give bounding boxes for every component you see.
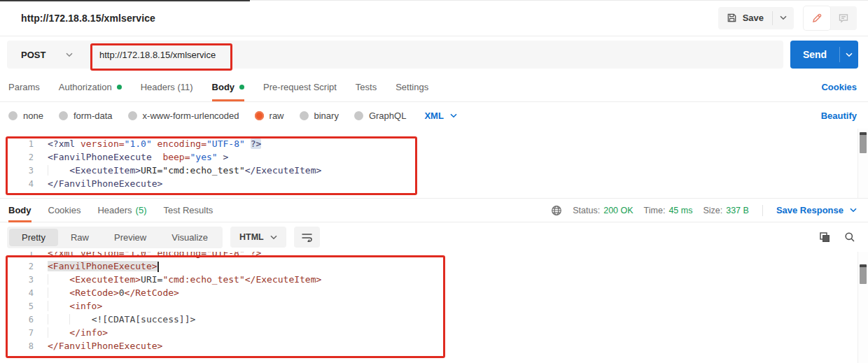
mode-none[interactable]: none	[8, 111, 43, 121]
cookies-link[interactable]: Cookies	[821, 82, 857, 92]
radio-icon	[8, 111, 18, 120]
url-bar: POST http://172.18.8.15/xmlservice	[7, 41, 783, 69]
search-icon	[844, 232, 855, 243]
method-label: POST	[21, 50, 52, 60]
chevron-down-icon	[270, 235, 277, 240]
scrollbar-thumb[interactable]	[860, 132, 867, 153]
radio-selected-icon	[255, 111, 264, 120]
tab-tests[interactable]: Tests	[356, 73, 377, 101]
view-pretty[interactable]: Pretty	[9, 229, 58, 246]
response-tab-test-results[interactable]: Test Results	[164, 199, 214, 222]
mode-form-data[interactable]: form-data	[59, 111, 113, 121]
code-line: 3 <ExecuteItem>URI="cmd:echo_test"</Exec…	[0, 273, 868, 286]
top-dark-edge	[0, 0, 250, 1]
tab-headers-label: Headers (11)	[141, 82, 193, 92]
network-globe-icon[interactable]	[551, 205, 562, 216]
tab-authorization[interactable]: Authorization	[59, 73, 122, 101]
method-selector[interactable]: POST	[7, 50, 73, 60]
edit-comment-group	[804, 6, 857, 30]
tab-params-label: Params	[8, 82, 40, 92]
radio-icon	[354, 111, 363, 120]
rename-request-button[interactable]	[804, 6, 830, 30]
response-body-code: 1<?xml version="1.0" encoding="UTF-8" ?>…	[0, 252, 868, 353]
mode-urlencoded[interactable]: x-www-form-urlencoded	[128, 111, 239, 121]
mode-raw[interactable]: raw	[255, 111, 284, 121]
response-viewer-scrollbar[interactable]	[858, 252, 868, 363]
mode-binary[interactable]: binary	[300, 111, 339, 121]
beautify-link[interactable]: Beautify	[821, 111, 857, 121]
tab-authorization-label: Authorization	[59, 82, 112, 92]
scrollbar-thumb[interactable]	[860, 264, 867, 284]
size-value: 337 B	[726, 206, 749, 215]
radio-icon	[128, 111, 137, 120]
code-line: 7 </info>	[0, 326, 868, 339]
response-format-label: HTML	[239, 232, 264, 242]
response-tab-headers[interactable]: Headers(5)	[97, 199, 146, 222]
floppy-save-icon	[727, 13, 737, 23]
response-body-viewer[interactable]: 1<?xml version="1.0" encoding="UTF-8" ?>…	[0, 252, 868, 363]
size-label: Size:	[703, 206, 722, 215]
size-metric: Size:337 B	[703, 206, 748, 215]
green-status-dot	[239, 85, 244, 90]
save-options-button[interactable]	[773, 7, 794, 29]
view-preview[interactable]: Preview	[102, 229, 159, 246]
request-body-code: 1<?xml version="1.0" encoding="UTF-8" ?>…	[0, 137, 868, 190]
comments-button[interactable]	[830, 6, 857, 30]
response-tab-body[interactable]: Body	[8, 199, 31, 222]
tab-body[interactable]: Body	[212, 73, 245, 101]
line-number: 3	[0, 164, 48, 178]
url-input[interactable]: http://172.18.8.15/xmlservice	[73, 50, 216, 60]
response-view-switch: Pretty Raw Preview Visualize	[7, 227, 223, 248]
mode-none-label: none	[23, 111, 43, 121]
mode-graphql[interactable]: GraphQL	[354, 111, 406, 121]
tab-prerequest-script[interactable]: Pre-request Script	[263, 73, 337, 101]
send-button-label: Send	[790, 41, 839, 69]
code-line: 4</FanvilPhoneExecute>	[0, 177, 868, 190]
line-number: 1	[0, 138, 48, 151]
request-editor-scrollbar[interactable]	[858, 129, 868, 198]
postman-app: http://172.18.8.15/xmlservice Save	[0, 0, 868, 363]
response-tab-cookies-label: Cookies	[48, 205, 81, 215]
chevron-down-icon	[450, 113, 457, 118]
code-line: 3 <ExecuteItem>URI="cmd:echo_test"</Exec…	[0, 164, 868, 177]
request-title: http://172.18.8.15/xmlservice	[21, 13, 155, 24]
chevron-down-icon	[846, 52, 853, 57]
send-button[interactable]: Send	[790, 41, 858, 69]
response-tab-cookies[interactable]: Cookies	[48, 199, 81, 222]
mode-raw-label: raw	[270, 111, 284, 121]
response-format-selector[interactable]: HTML	[230, 227, 286, 248]
time-metric: Time:45 ms	[644, 206, 693, 215]
response-tab-body-label: Body	[8, 205, 31, 215]
tab-settings[interactable]: Settings	[396, 73, 428, 101]
save-button[interactable]: Save	[718, 7, 772, 29]
status-metric: Status:200 OK	[573, 206, 633, 215]
chevron-down-icon	[780, 15, 787, 20]
time-label: Time:	[644, 206, 666, 215]
send-options-button[interactable]	[840, 41, 858, 69]
code-line: 8</FanvilPhoneExecute>	[0, 339, 868, 353]
line-number: 2	[0, 151, 48, 164]
search-response-button[interactable]	[844, 232, 855, 243]
save-response-button[interactable]: Save Response	[776, 205, 857, 215]
language-selector[interactable]: XML	[424, 111, 456, 121]
line-number: 3	[0, 273, 48, 287]
tab-headers[interactable]: Headers (11)	[141, 73, 193, 101]
request-tabs: Params Authorization Headers (11) Body P…	[0, 73, 868, 102]
language-label: XML	[424, 111, 443, 121]
view-visualize[interactable]: Visualize	[159, 229, 220, 246]
copy-response-button[interactable]	[819, 232, 830, 243]
code-line: 4 <RetCode>0</RetCode>	[0, 286, 868, 299]
wrap-text-icon	[301, 232, 313, 242]
mode-graphql-label: GraphQL	[369, 111, 406, 121]
request-url-row: POST http://172.18.8.15/xmlservice Send	[0, 36, 868, 73]
wrap-lines-button[interactable]	[294, 227, 320, 248]
view-raw[interactable]: Raw	[58, 229, 102, 246]
code-line: 2<FanvilPhoneExecute>	[0, 259, 868, 273]
line-number: 4	[0, 178, 48, 191]
green-status-dot	[117, 85, 122, 90]
response-tab-test-results-label: Test Results	[164, 205, 214, 215]
status-label: Status:	[573, 206, 600, 215]
response-meta-row: Body Cookies Headers(5) Test Results Sta…	[0, 199, 868, 222]
tab-params[interactable]: Params	[8, 73, 40, 101]
request-body-editor[interactable]: 1<?xml version="1.0" encoding="UTF-8" ?>…	[0, 129, 868, 199]
